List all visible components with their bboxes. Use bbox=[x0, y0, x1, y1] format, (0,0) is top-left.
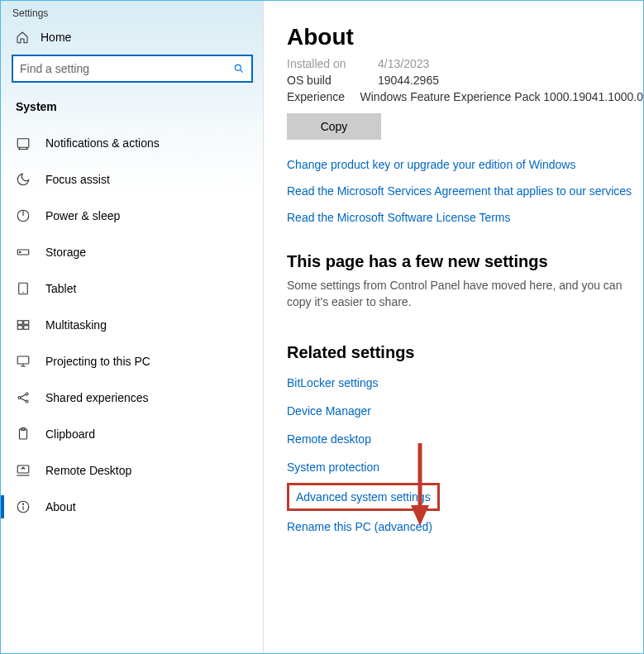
svg-point-16 bbox=[26, 400, 28, 403]
search-field[interactable] bbox=[20, 62, 233, 75]
clipboard-icon bbox=[16, 427, 31, 442]
svg-rect-13 bbox=[17, 356, 29, 364]
svg-rect-9 bbox=[17, 321, 22, 325]
sidebar-item-label: Remote Desktop bbox=[45, 464, 131, 477]
info-row-experience: Experience Windows Feature Experience Pa… bbox=[287, 88, 643, 105]
sidebar-item-label: Tablet bbox=[45, 282, 76, 295]
svg-line-18 bbox=[21, 399, 26, 401]
sidebar-item-label: About bbox=[45, 500, 76, 513]
sidebar-item-shared-experiences[interactable]: Shared experiences bbox=[1, 380, 263, 416]
link-bitlocker[interactable]: BitLocker settings bbox=[287, 369, 379, 397]
sidebar: Settings Home System Notifications & act… bbox=[1, 1, 264, 653]
multitasking-icon bbox=[16, 317, 31, 332]
sidebar-item-label: Power & sleep bbox=[45, 209, 120, 222]
remote-desktop-icon bbox=[16, 463, 31, 478]
link-device-manager[interactable]: Device Manager bbox=[287, 397, 371, 425]
sidebar-item-multitasking[interactable]: Multitasking bbox=[1, 307, 263, 343]
svg-rect-2 bbox=[17, 139, 29, 148]
sidebar-item-label: Focus assist bbox=[45, 173, 110, 186]
project-icon bbox=[16, 354, 31, 369]
svg-rect-21 bbox=[17, 465, 29, 473]
moon-icon bbox=[16, 172, 31, 187]
page-title: About bbox=[287, 24, 643, 50]
sidebar-item-notifications[interactable]: Notifications & actions bbox=[1, 125, 263, 161]
power-icon bbox=[16, 208, 31, 223]
annotation-highlight: Advanced system settings bbox=[287, 483, 440, 511]
sidebar-item-label: Storage bbox=[45, 246, 86, 259]
info-row-installed-on: Installed on 4/13/2023 bbox=[287, 55, 643, 72]
svg-line-1 bbox=[240, 69, 242, 72]
sidebar-item-remote-desktop[interactable]: Remote Desktop bbox=[1, 452, 263, 489]
storage-icon bbox=[16, 245, 31, 260]
sidebar-item-label: Notifications & actions bbox=[45, 136, 160, 150]
sidebar-item-clipboard[interactable]: Clipboard bbox=[1, 416, 263, 452]
search-input[interactable] bbox=[12, 55, 252, 82]
window-title: Settings bbox=[1, 1, 263, 22]
experience-label: Experience bbox=[287, 90, 360, 103]
info-icon bbox=[16, 499, 31, 514]
experience-value: Windows Feature Experience Pack 1000.190… bbox=[360, 90, 643, 103]
tablet-icon bbox=[16, 281, 31, 296]
new-settings-body: Some settings from Control Panel have mo… bbox=[287, 278, 643, 310]
svg-point-6 bbox=[20, 251, 21, 253]
nav-list: Notifications & actions Focus assist Pow… bbox=[1, 118, 263, 653]
svg-point-0 bbox=[235, 64, 241, 70]
svg-rect-12 bbox=[24, 326, 29, 330]
main-content: About Installed on 4/13/2023 OS build 19… bbox=[264, 1, 643, 653]
sidebar-item-power-sleep[interactable]: Power & sleep bbox=[1, 198, 263, 234]
svg-line-17 bbox=[21, 394, 26, 397]
related-settings-heading: Related settings bbox=[287, 343, 643, 362]
link-system-protection[interactable]: System protection bbox=[287, 453, 379, 481]
sidebar-item-label: Clipboard bbox=[45, 427, 95, 441]
installed-on-label: Installed on bbox=[287, 57, 378, 70]
os-build-label: OS build bbox=[287, 74, 378, 87]
svg-rect-10 bbox=[24, 321, 29, 325]
home-icon bbox=[16, 31, 29, 44]
link-license-terms[interactable]: Read the Microsoft Software License Term… bbox=[287, 204, 511, 231]
sidebar-item-label: Multitasking bbox=[45, 318, 107, 332]
installed-on-value: 4/13/2023 bbox=[378, 57, 429, 70]
svg-point-15 bbox=[26, 393, 28, 395]
home-nav[interactable]: Home bbox=[1, 22, 263, 50]
share-icon bbox=[16, 390, 31, 405]
related-links: BitLocker settings Device Manager Remote… bbox=[287, 369, 643, 541]
link-services-agreement[interactable]: Read the Microsoft Services Agreement th… bbox=[287, 178, 632, 204]
link-advanced-system-settings[interactable]: Advanced system settings bbox=[296, 489, 431, 505]
svg-point-24 bbox=[22, 504, 23, 504]
copy-button[interactable]: Copy bbox=[287, 113, 381, 140]
link-rename-pc[interactable]: Rename this PC (advanced) bbox=[287, 513, 432, 541]
notifications-icon bbox=[16, 136, 31, 150]
sidebar-item-about[interactable]: About bbox=[1, 489, 263, 525]
new-settings-heading: This page has a few new settings bbox=[287, 252, 643, 271]
svg-rect-11 bbox=[17, 326, 22, 330]
sidebar-item-label: Shared experiences bbox=[45, 391, 149, 404]
os-build-value: 19044.2965 bbox=[378, 74, 439, 87]
sidebar-item-projecting[interactable]: Projecting to this PC bbox=[1, 343, 263, 380]
home-label: Home bbox=[41, 31, 71, 44]
sidebar-item-focus-assist[interactable]: Focus assist bbox=[1, 161, 263, 198]
link-remote-desktop[interactable]: Remote desktop bbox=[287, 425, 371, 453]
section-label: System bbox=[1, 92, 263, 118]
sidebar-item-label: Projecting to this PC bbox=[45, 355, 150, 368]
svg-point-14 bbox=[18, 397, 21, 399]
link-change-product-key[interactable]: Change product key or upgrade your editi… bbox=[287, 151, 575, 178]
sidebar-item-tablet[interactable]: Tablet bbox=[1, 270, 263, 307]
sidebar-item-storage[interactable]: Storage bbox=[1, 234, 263, 270]
info-row-os-build: OS build 19044.2965 bbox=[287, 72, 643, 88]
search-icon bbox=[233, 63, 245, 74]
